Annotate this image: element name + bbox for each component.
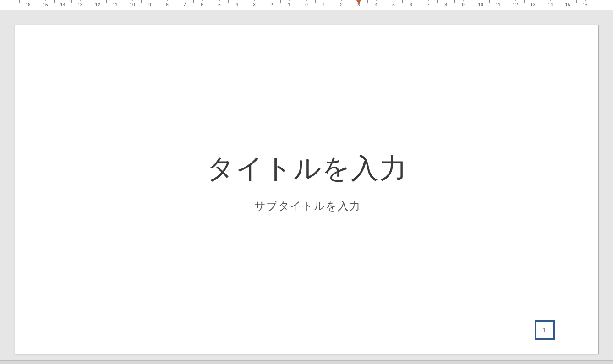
ruler-tick: 6 [193,0,211,10]
bottom-scrollbar-strip[interactable] [0,360,613,364]
ruler-tick: 7 [176,0,193,10]
ruler-tick: 4 [367,0,385,10]
ruler-tick: 4 [228,0,246,10]
ruler-tick: 1 [280,0,298,10]
ruler-indent-marker-icon[interactable] [356,0,361,4]
page-number-box[interactable]: 1 [535,320,555,340]
ruler-tick: 14 [542,0,559,10]
ruler-tick: 5 [211,0,228,10]
ruler-tick: 13 [71,0,89,10]
ruler-tick: 2 [263,0,280,10]
ruler-tick: 11 [489,0,507,10]
ruler-tick: 1 [315,0,333,10]
title-placeholder-text: タイトルを入力 [207,150,408,187]
ruler-tick: 5 [385,0,402,10]
ruler-tick: 12 [89,0,106,10]
subtitle-placeholder-box[interactable]: サブタイトルを入力 [88,194,527,276]
ruler-tick: 7 [420,0,437,10]
slide-canvas-area[interactable]: タイトルを入力 サブタイトルを入力 1 [0,10,613,364]
ruler-tick: 15 [37,0,54,10]
ruler-tick: 14 [54,0,71,10]
ruler-tick: 11 [106,0,124,10]
ruler-tick: 12 [507,0,524,10]
ruler-tick: 3 [246,0,263,10]
ruler-tick: 13 [524,0,542,10]
ruler-tick: 16 [576,0,594,10]
ruler-tick: 10 [472,0,489,10]
ruler-tick: 15 [559,0,576,10]
ruler-tick: 2 [333,0,350,10]
ruler-tick: 9 [454,0,472,10]
slide[interactable]: タイトルを入力 サブタイトルを入力 1 [15,25,599,354]
ruler-tick: 8 [437,0,454,10]
ruler-tick: 16 [19,0,37,10]
ruler-tick: 10 [124,0,141,10]
page-number: 1 [543,326,547,334]
ruler-tick: 0 [298,0,315,10]
ruler-tick: 9 [141,0,159,10]
subtitle-placeholder-text: サブタイトルを入力 [254,199,361,213]
ruler-tick: 8 [159,0,176,10]
ruler-tick: 6 [402,0,420,10]
title-placeholder-box[interactable]: タイトルを入力 [88,78,527,192]
horizontal-ruler[interactable]: 1615141312111098765432101234567891011121… [0,0,613,10]
